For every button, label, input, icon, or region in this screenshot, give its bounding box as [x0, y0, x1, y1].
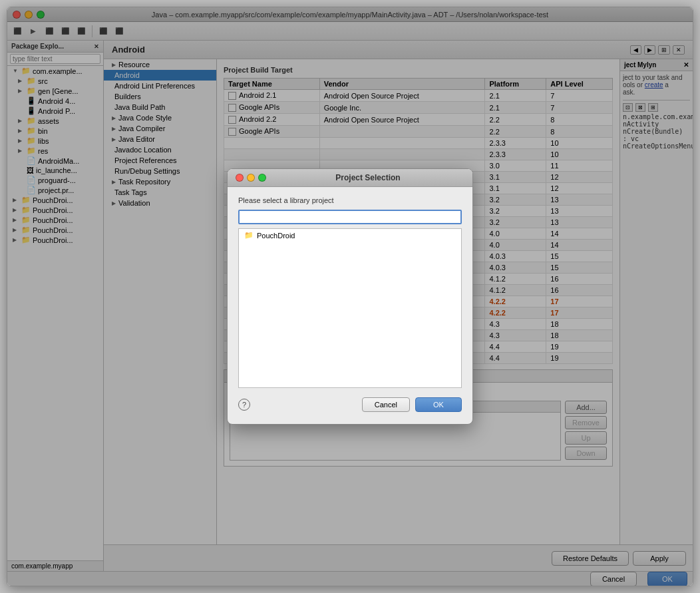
- modal-ok-button[interactable]: OK: [415, 397, 462, 412]
- modal-cancel-button[interactable]: Cancel: [362, 397, 410, 412]
- project-selection-modal: Project Selection Please select a librar…: [227, 168, 473, 425]
- modal-footer: ? Cancel OK: [238, 397, 462, 415]
- modal-title: Project Selection: [271, 173, 464, 182]
- modal-maximize-button[interactable]: [258, 174, 266, 182]
- modal-window-controls: [236, 174, 266, 182]
- modal-minimize-button[interactable]: [247, 174, 255, 182]
- modal-item-label: PouchDroid: [257, 232, 295, 240]
- modal-list-item-pouchdroid[interactable]: 📁 PouchDroid: [239, 229, 461, 242]
- modal-footer-buttons: Cancel OK: [362, 397, 462, 412]
- modal-close-button[interactable]: [236, 174, 244, 182]
- modal-instruction: Please select a library project: [238, 196, 462, 204]
- ide-window: Java – com.example.myapp/src/com/example…: [7, 7, 693, 586]
- modal-search-input[interactable]: [238, 210, 462, 224]
- modal-body: Please select a library project 📁 PouchD…: [228, 187, 472, 424]
- help-icon[interactable]: ?: [238, 399, 250, 411]
- modal-list[interactable]: 📁 PouchDroid: [238, 228, 462, 388]
- project-icon: 📁: [244, 231, 254, 240]
- modal-titlebar: Project Selection: [228, 169, 472, 187]
- modal-overlay: Project Selection Please select a librar…: [7, 7, 693, 586]
